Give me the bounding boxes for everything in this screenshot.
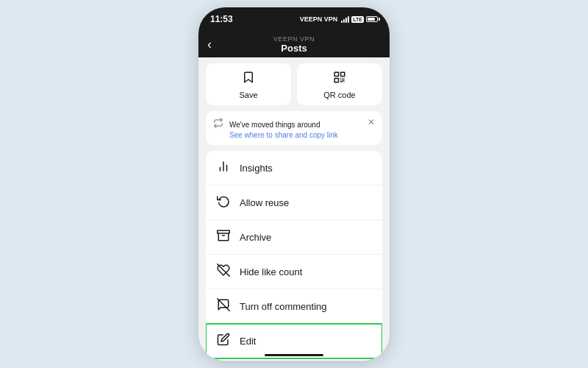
signal-icon [341, 15, 349, 23]
save-icon [242, 71, 255, 88]
notice-title: We've moved things around [229, 121, 320, 129]
nav-subtitle: VEEPN VPN [273, 35, 315, 43]
status-icons: VEEPN VPN LTE [300, 15, 378, 23]
insights-icon [216, 160, 231, 176]
notice-link[interactable]: See where to share and copy link [229, 131, 362, 139]
nav-title-group: VEEPN VPN Posts [273, 35, 315, 54]
edit-icon [216, 333, 231, 349]
battery-icon [366, 16, 378, 22]
phone-container: 11:53 VEEPN VPN LTE ‹ VEEPN VPN Posts [198, 7, 390, 361]
allow-reuse-label: Allow reuse [240, 197, 289, 208]
nav-bar: ‹ VEEPN VPN Posts [198, 31, 390, 57]
hide-like-icon [216, 263, 231, 280]
svg-rect-13 [218, 230, 230, 233]
notice-icon [213, 118, 223, 130]
archive-label: Archive [240, 232, 271, 243]
qr-code-icon [333, 71, 346, 88]
action-buttons-row: Save QR code [206, 63, 382, 105]
content-area: Save QR code [198, 57, 390, 361]
menu-item-insights[interactable]: Insights [206, 151, 382, 185]
hide-like-label: Hide like count [240, 266, 302, 277]
menu-item-pin-to-profile[interactable]: Pin to Your Profile [206, 358, 382, 361]
menu-item-allow-reuse[interactable]: Allow reuse [206, 185, 382, 220]
svg-rect-1 [341, 72, 345, 76]
save-label: Save [239, 91, 257, 99]
lte-badge: LTE [351, 16, 364, 23]
menu-item-hide-like-count[interactable]: Hide like count [206, 255, 382, 289]
menu-item-turn-off-commenting[interactable]: Turn off commenting [206, 289, 382, 324]
turn-off-commenting-icon [216, 298, 231, 314]
save-button[interactable]: Save [206, 63, 291, 105]
status-bar: 11:53 VEEPN VPN LTE [198, 7, 390, 31]
insights-label: Insights [240, 163, 273, 174]
svg-rect-0 [334, 72, 338, 76]
archive-icon [216, 229, 231, 245]
back-button[interactable]: ‹ [207, 37, 212, 52]
menu-list: Insights Allow reuse Archive [206, 151, 382, 361]
notice-close-button[interactable]: ✕ [368, 117, 375, 127]
menu-item-edit[interactable]: Edit [206, 324, 382, 358]
allow-reuse-icon [216, 194, 231, 210]
svg-rect-2 [334, 79, 338, 82]
notice-banner: We've moved things around See where to s… [206, 111, 382, 145]
nav-title: Posts [273, 43, 315, 54]
edit-label: Edit [240, 336, 256, 347]
turn-off-commenting-label: Turn off commenting [240, 301, 327, 312]
qr-code-label: QR code [323, 91, 355, 99]
carrier-label: VEEPN VPN [300, 15, 338, 23]
status-time: 11:53 [210, 14, 233, 24]
notice-text: We've moved things around See where to s… [229, 117, 362, 139]
menu-item-archive[interactable]: Archive [206, 220, 382, 255]
qr-code-button[interactable]: QR code [297, 63, 382, 105]
